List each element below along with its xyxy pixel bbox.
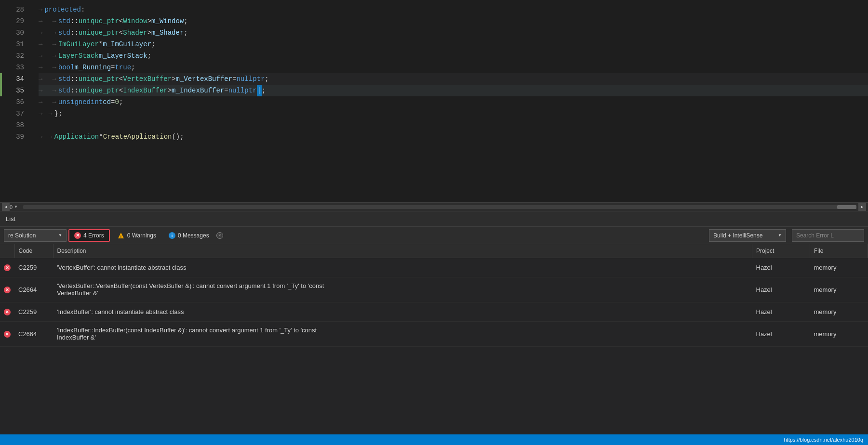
status-bar: https://blog.csdn.net/alexhu2010q [0,434,868,445]
error-row-3[interactable]: ✕ C2259 'IndexBuffer': cannot instantiat… [0,302,868,321]
line-28: 28 [0,4,24,15]
code-line-28: → protected: [39,4,868,15]
row1-project: Hazel [752,258,810,277]
code-line-30: → → std::unique_ptr<Shader>m_Shader; [39,27,868,39]
error-table: Code Description Project File ✕ C2259 'V… [0,244,868,347]
row3-code[interactable]: C2259 [14,302,53,321]
error-panel-header: List [0,211,868,227]
scope-dropdown-arrow: ▼ [58,233,62,237]
error-list-panel: List re Solution ▼ ✕ 4 Errors ! 0 Warnin… [0,211,868,445]
messages-filter-btn[interactable]: i 0 Messages [163,229,214,242]
warnings-filter-btn[interactable]: ! 0 Warnings [112,229,161,242]
scroll-left[interactable]: ◀ [2,203,10,211]
scope-label: re Solution [8,232,36,239]
row4-file: memory [810,321,868,346]
line-39: 39 [0,131,24,143]
row3-description: 'IndexBuffer': cannot instantiate abstra… [53,302,752,321]
code-content[interactable]: → protected: → → std::unique_ptr<Window>… [29,0,868,202]
row2-project: Hazel [752,277,810,302]
col-icon [0,244,14,258]
row2-code[interactable]: C2664 [14,277,53,302]
errors-filter-btn[interactable]: ✕ 4 Errors [68,229,110,242]
line-33: 33 [0,62,24,73]
line-29: 29 [0,15,24,27]
row4-description: 'IndexBuffer::IndexBuffer(const IndexBuf… [53,321,752,346]
row3-file: memory [810,302,868,321]
warnings-label: 0 Warnings [127,232,156,239]
build-source-label: Build + IntelliSense [713,232,762,239]
col-description-header: Description [53,244,752,258]
line-30: 30 [0,27,24,39]
errors-label: 4 Errors [83,232,104,239]
col-project-header: Project [752,244,810,258]
code-line-38 [39,119,868,131]
messages-label: 0 Messages [178,232,209,239]
scroll-track[interactable] [23,205,856,209]
error-row-2[interactable]: ✕ C2664 'VertexBuffer::VertexBuffer(cons… [0,277,868,302]
table-header-row: Code Description Project File [0,244,868,258]
code-line-31: → → ImGuiLayer* m_ImGuiLayer; [39,39,868,50]
panel-title: List [6,215,15,222]
keyword-protected: protected [44,4,81,15]
search-error-input[interactable]: Search Error L [792,229,864,242]
row2-error-icon: ✕ [4,287,11,293]
line-38: 38 [0,119,24,131]
row1-file: memory [810,258,868,277]
code-line-29: → → std::unique_ptr<Window>m_Window; [39,15,868,27]
line-numbers: 28 29 30 31 32 33 34 35 36 37 38 39 [0,0,29,202]
row2-file: memory [810,277,868,302]
row4-project: Hazel [752,321,810,346]
code-line-37: → → }; [39,108,868,119]
filter-clear-btn[interactable]: ✕ [216,232,223,239]
line-31: 31 [0,39,24,50]
code-line-35: → → std::unique_ptr<IndexBuffer> m_Index… [39,85,868,96]
horizontal-scrollbar[interactable]: ◀ 0 ▼ ▶ [0,202,868,211]
scroll-thumb[interactable] [837,205,856,209]
row2-icon: ✕ [0,277,14,302]
code-line-34: → → std::unique_ptr<VertexBuffer> m_Vert… [39,73,868,85]
row3-error-icon: ✕ [4,309,11,315]
line-37: 37 [0,108,24,119]
error-row-1[interactable]: ✕ C2259 'VertexBuffer': cannot instantia… [0,258,868,277]
warning-icon: ! [117,232,125,239]
build-source-dropdown[interactable]: Build + IntelliSense ▼ [709,229,786,242]
row4-icon: ✕ [0,321,14,346]
scroll-right[interactable]: ▶ [858,203,866,211]
dropdown-icon[interactable]: ▼ [14,205,17,209]
line-34: 34 [0,73,24,85]
col-code-header: Code [14,244,53,258]
row3-project: Hazel [752,302,810,321]
col-file-header: File [810,244,868,258]
error-toolbar: re Solution ▼ ✕ 4 Errors ! 0 Warnings i … [0,227,868,244]
code-line-33: → → bool m_Running = true; [39,62,868,73]
error-icon: ✕ [74,232,81,239]
row4-code[interactable]: C2664 [14,321,53,346]
build-dropdown-arrow: ▼ [778,233,782,237]
scroll-label: 0 [10,204,13,210]
code-line-32: → → LayerStack m_LayerStack; [39,50,868,62]
row1-description: 'VertexBuffer': cannot instantiate abstr… [53,258,752,277]
status-url: https://blog.csdn.net/alexhu2010q [784,437,863,443]
row1-error-icon: ✕ [4,264,11,271]
row4-error-icon: ✕ [4,331,11,338]
line-36: 36 [0,96,24,108]
search-placeholder: Search Error L [796,232,834,239]
line-35: 35 [0,85,24,96]
row1-code[interactable]: C2259 [14,258,53,277]
scope-dropdown[interactable]: re Solution ▼ [4,229,67,242]
svg-text:!: ! [120,235,121,238]
error-row-4[interactable]: ✕ C2664 'IndexBuffer::IndexBuffer(const … [0,321,868,346]
line-32: 32 [0,50,24,62]
code-editor[interactable]: 28 29 30 31 32 33 34 35 36 37 38 39 → [0,0,868,202]
row2-description: 'VertexBuffer::VertexBuffer(const Vertex… [53,277,752,302]
code-line-36: → → unsigned int cd = 0; [39,96,868,108]
row1-icon: ✕ [0,258,14,277]
code-line-39: → → Application* CreateApplication(); [39,131,868,143]
row3-icon: ✕ [0,302,14,321]
info-icon: i [169,232,175,239]
